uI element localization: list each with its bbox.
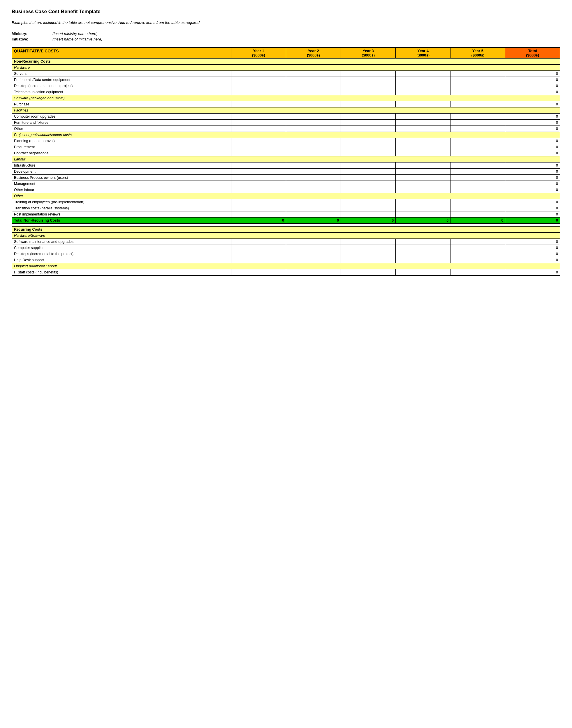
year1-cell[interactable]: [231, 168, 286, 174]
year4-cell[interactable]: [396, 269, 450, 275]
year1-cell[interactable]: [231, 138, 286, 144]
year3-cell[interactable]: [341, 71, 396, 77]
year4-cell[interactable]: [396, 138, 450, 144]
year3-cell[interactable]: [341, 150, 396, 156]
year5-cell[interactable]: [450, 113, 505, 119]
year5-cell[interactable]: [450, 205, 505, 211]
year1-cell[interactable]: [231, 199, 286, 205]
year2-cell[interactable]: [286, 144, 341, 150]
year3-cell[interactable]: [341, 113, 396, 119]
year1-cell[interactable]: [231, 113, 286, 119]
year2-cell[interactable]: [286, 199, 341, 205]
year1-cell[interactable]: [231, 257, 286, 263]
year4-cell[interactable]: [396, 245, 450, 251]
year5-cell[interactable]: [450, 144, 505, 150]
year5-cell[interactable]: [450, 168, 505, 174]
year2-cell[interactable]: [286, 89, 341, 95]
year5-cell[interactable]: [450, 71, 505, 77]
year2-cell[interactable]: [286, 101, 341, 107]
year4-cell[interactable]: [396, 77, 450, 83]
year2-cell[interactable]: [286, 211, 341, 217]
year4-cell[interactable]: [396, 257, 450, 263]
year4-cell[interactable]: [396, 89, 450, 95]
year3-cell[interactable]: [341, 199, 396, 205]
year4-cell[interactable]: [396, 174, 450, 180]
year4-cell[interactable]: [396, 205, 450, 211]
year3-cell[interactable]: [341, 89, 396, 95]
year3-cell[interactable]: [341, 245, 396, 251]
year5-cell[interactable]: [450, 89, 505, 95]
year2-cell[interactable]: [286, 150, 341, 156]
year1-cell[interactable]: [231, 174, 286, 180]
year1-cell[interactable]: [231, 77, 286, 83]
year3-cell[interactable]: [341, 83, 396, 89]
year2-cell[interactable]: [286, 174, 341, 180]
year5-cell[interactable]: [450, 269, 505, 275]
year4-cell[interactable]: [396, 180, 450, 187]
year1-cell[interactable]: [231, 269, 286, 275]
year2-cell[interactable]: [286, 168, 341, 174]
year3-cell[interactable]: [341, 205, 396, 211]
year4-cell[interactable]: [396, 126, 450, 132]
year2-cell[interactable]: [286, 251, 341, 257]
year2-cell[interactable]: [286, 187, 341, 193]
year1-cell[interactable]: [231, 83, 286, 89]
year5-cell[interactable]: [450, 251, 505, 257]
year5-cell[interactable]: [450, 83, 505, 89]
year4-cell[interactable]: [396, 187, 450, 193]
year5-cell[interactable]: [450, 119, 505, 126]
year1-cell[interactable]: [231, 187, 286, 193]
year2-cell[interactable]: [286, 245, 341, 251]
year4-cell[interactable]: [396, 144, 450, 150]
year2-cell[interactable]: [286, 162, 341, 168]
year4-cell[interactable]: [396, 168, 450, 174]
year4-cell[interactable]: [396, 199, 450, 205]
year1-cell[interactable]: [231, 211, 286, 217]
year3-cell[interactable]: [341, 138, 396, 144]
year3-cell[interactable]: [341, 162, 396, 168]
year3-cell[interactable]: [341, 126, 396, 132]
year3-cell[interactable]: [341, 211, 396, 217]
year4-cell[interactable]: [396, 113, 450, 119]
year1-cell[interactable]: [231, 239, 286, 245]
year5-cell[interactable]: [450, 77, 505, 83]
year5-cell[interactable]: [450, 187, 505, 193]
year5-cell[interactable]: [450, 211, 505, 217]
year2-cell[interactable]: [286, 77, 341, 83]
year3-cell[interactable]: [341, 269, 396, 275]
year2-cell[interactable]: [286, 83, 341, 89]
year3-cell[interactable]: [341, 187, 396, 193]
year2-cell[interactable]: [286, 269, 341, 275]
year5-cell[interactable]: [450, 138, 505, 144]
year4-cell[interactable]: [396, 83, 450, 89]
year1-cell[interactable]: [231, 144, 286, 150]
year2-cell[interactable]: [286, 119, 341, 126]
year2-cell[interactable]: [286, 257, 341, 263]
year1-cell[interactable]: [231, 251, 286, 257]
year2-cell[interactable]: [286, 71, 341, 77]
year1-cell[interactable]: [231, 126, 286, 132]
year4-cell[interactable]: [396, 162, 450, 168]
year4-cell[interactable]: [396, 251, 450, 257]
year1-cell[interactable]: [231, 162, 286, 168]
year1-cell[interactable]: [231, 89, 286, 95]
year3-cell[interactable]: [341, 144, 396, 150]
year1-cell[interactable]: [231, 205, 286, 211]
year3-cell[interactable]: [341, 101, 396, 107]
year4-cell[interactable]: [396, 119, 450, 126]
year4-cell[interactable]: [396, 150, 450, 156]
year4-cell[interactable]: [396, 71, 450, 77]
year5-cell[interactable]: [450, 101, 505, 107]
year3-cell[interactable]: [341, 168, 396, 174]
year3-cell[interactable]: [341, 119, 396, 126]
year3-cell[interactable]: [341, 257, 396, 263]
year5-cell[interactable]: [450, 245, 505, 251]
year5-cell[interactable]: [450, 257, 505, 263]
year5-cell[interactable]: [450, 126, 505, 132]
year2-cell[interactable]: [286, 126, 341, 132]
year1-cell[interactable]: [231, 101, 286, 107]
year1-cell[interactable]: [231, 71, 286, 77]
year3-cell[interactable]: [341, 239, 396, 245]
year1-cell[interactable]: [231, 119, 286, 126]
year2-cell[interactable]: [286, 138, 341, 144]
